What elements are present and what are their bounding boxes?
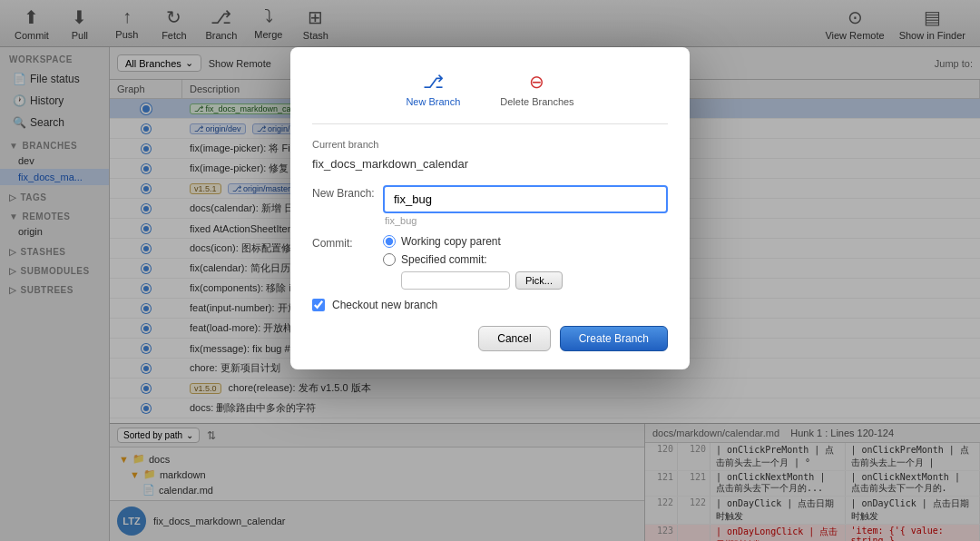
new-branch-dialog: ⎇ New Branch ⊖ Delete Branches Current b… xyxy=(290,47,690,369)
delete-branches-label: Delete Branches xyxy=(500,96,573,107)
new-branch-tab-icon: ⎇ xyxy=(423,71,444,93)
dialog-overlay[interactable]: ⎇ New Branch ⊖ Delete Branches Current b… xyxy=(0,0,980,541)
checkout-label: Checkout new branch xyxy=(332,299,437,311)
current-branch-value: fix_docs_markdown_calendar xyxy=(312,153,668,174)
delete-branches-tab[interactable]: ⊖ Delete Branches xyxy=(489,65,584,113)
new-branch-tab[interactable]: ⎇ New Branch xyxy=(395,65,471,113)
dialog-actions: Cancel Create Branch xyxy=(312,326,668,351)
cancel-button[interactable]: Cancel xyxy=(478,326,550,351)
working-copy-option[interactable]: Working copy parent xyxy=(383,235,563,248)
pick-button[interactable]: Pick... xyxy=(515,271,563,290)
new-branch-tab-label: New Branch xyxy=(406,96,460,107)
new-branch-row: New Branch: fix_bug xyxy=(312,185,668,226)
new-branch-hint: fix_bug xyxy=(383,215,668,226)
working-copy-label: Working copy parent xyxy=(401,235,501,248)
checkout-checkbox[interactable] xyxy=(312,299,325,311)
checkout-row: Checkout new branch xyxy=(312,299,668,311)
specified-commit-option[interactable]: Specified commit: xyxy=(383,253,563,266)
create-branch-button[interactable]: Create Branch xyxy=(560,326,668,351)
delete-branches-icon: ⊖ xyxy=(529,71,544,93)
current-branch-field: Current branch fix_docs_markdown_calenda… xyxy=(312,139,668,174)
dialog-tab-row: ⎇ New Branch ⊖ Delete Branches xyxy=(312,65,668,124)
current-branch-label: Current branch xyxy=(312,139,668,150)
working-copy-radio[interactable] xyxy=(383,235,396,248)
specified-commit-radio[interactable] xyxy=(383,253,396,266)
new-branch-input[interactable] xyxy=(383,185,668,213)
commit-option-row: Commit: Working copy parent Specified co… xyxy=(312,235,668,290)
commit-label: Commit: xyxy=(312,235,376,250)
commit-radio-group: Working copy parent Specified commit: Pi… xyxy=(383,235,563,290)
commit-hash-input[interactable] xyxy=(401,271,510,290)
new-branch-field-label: New Branch: xyxy=(312,185,376,200)
specified-commit-label: Specified commit: xyxy=(401,253,487,266)
